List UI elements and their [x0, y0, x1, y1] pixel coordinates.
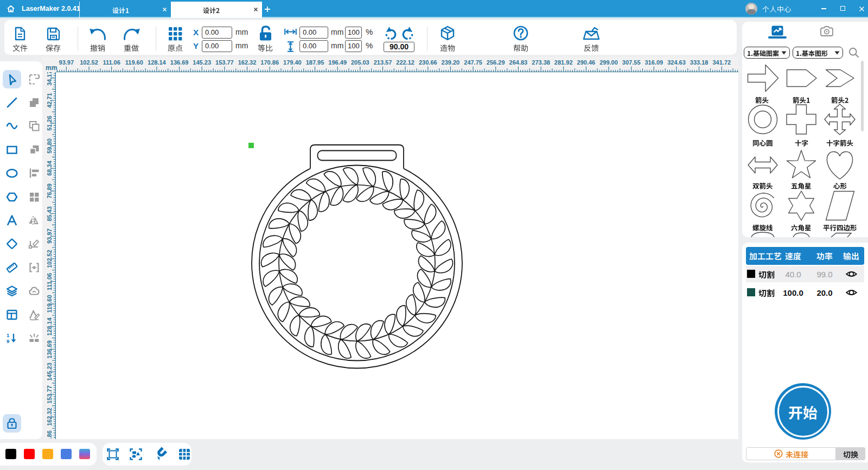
svg-text:9: 9 — [7, 338, 9, 344]
svg-text:1: 1 — [7, 332, 10, 338]
